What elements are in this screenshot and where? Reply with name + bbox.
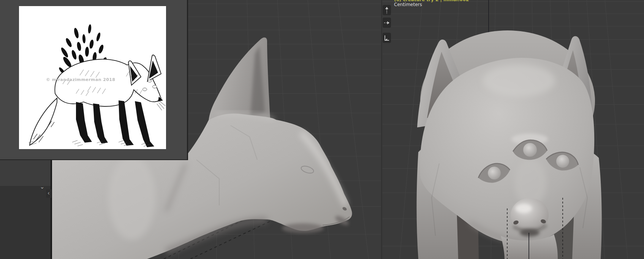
front-view-scene — [382, 0, 644, 259]
reference-image-window[interactable]: © mirandazimmerman 2018 — [0, 0, 188, 160]
viewport-3d-front-view[interactable]: (6) creature try 2 | mmdl.002 Centimeter… — [382, 0, 644, 259]
viewport-divider[interactable] — [381, 0, 382, 259]
axis-corner-icon — [384, 35, 390, 41]
arrow-up-dashed-icon — [384, 6, 389, 14]
axis-corner-gizmo-button[interactable] — [383, 33, 391, 43]
application-window: ⌄ ‹ — [0, 0, 644, 259]
left-editor-pane-lower-section[interactable] — [0, 186, 51, 259]
reference-image: © mirandazimmerman 2018 — [19, 6, 166, 149]
chevron-left-icon[interactable]: ‹ — [46, 189, 51, 198]
pan-up-gizmo-button[interactable] — [383, 5, 391, 15]
pan-right-gizmo-button[interactable] — [383, 17, 391, 28]
fox-ink-illustration — [19, 6, 166, 149]
arrow-right-dashed-icon — [384, 20, 390, 26]
fox-model-front-view — [416, 30, 601, 259]
chevron-down-icon[interactable]: ⌄ — [38, 184, 46, 190]
